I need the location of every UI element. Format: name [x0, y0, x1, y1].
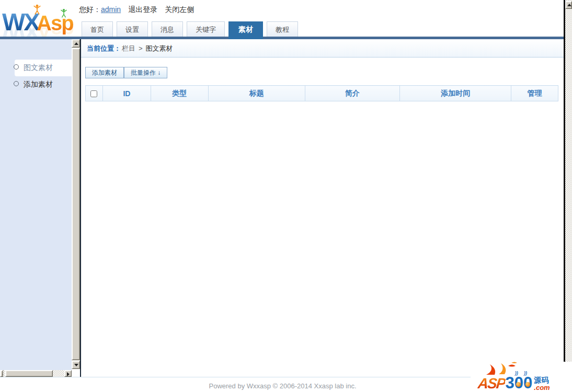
main-content: 当前位置：栏目>图文素材 添加素材 批量操作 ↓ ID 类型 标题 简介 添加时…: [81, 39, 564, 377]
close-left-link[interactable]: 关闭左侧: [165, 5, 194, 14]
scroll-left-button[interactable]: [0, 370, 3, 377]
asp300-zero: 0)): [514, 375, 523, 391]
scroll-right-button[interactable]: [64, 370, 72, 377]
person-figure-icon: [61, 8, 67, 20]
col-manage: 管理: [511, 86, 558, 101]
asp300-com: .com: [534, 384, 550, 391]
arrow-right-icon: [67, 372, 70, 376]
sidebar-item-label: 添加素材: [24, 80, 53, 89]
col-type: 类型: [151, 86, 208, 101]
top-user-bar: 您好：admin退出登录关闭左侧: [79, 5, 201, 15]
sidebar-item-add-material[interactable]: 添加素材: [0, 79, 72, 90]
tab-material[interactable]: 素材: [228, 21, 263, 39]
tab-home[interactable]: 首页: [82, 21, 113, 37]
asp300-asp: ASP: [477, 376, 506, 391]
scroll-up-button[interactable]: [565, 1, 572, 9]
greeting-label: 您好：: [79, 5, 101, 14]
swirl-icon: )): [524, 371, 527, 376]
arrow-up-icon: [567, 4, 571, 6]
table-header-row: ID 类型 标题 简介 添加时间 管理: [86, 86, 558, 101]
arrow-down-icon: [74, 364, 78, 366]
asp300-watermark: ASP 3 0)) 0)) 源码 .com: [471, 362, 572, 392]
tab-message[interactable]: 消息: [152, 21, 183, 37]
scroll-up-button[interactable]: [72, 39, 80, 48]
breadcrumb-prefix: 当前位置：: [87, 44, 121, 52]
header: WX Asp WX Asp 您好：admin退出登录关闭左侧 首页 设置 消息 …: [0, 0, 564, 37]
username-link[interactable]: admin: [101, 5, 121, 14]
wxasp-logo: WX Asp WX Asp: [2, 3, 81, 37]
logo-asp-text: Asp: [37, 11, 73, 35]
tab-settings[interactable]: 设置: [117, 21, 148, 37]
person-figure-icon: [33, 4, 41, 17]
asp300-zero: 0)): [523, 375, 532, 391]
asp300-yuanma: 源码: [534, 376, 550, 384]
sidebar-item-article-material[interactable]: 图文素材: [0, 62, 72, 74]
tab-keyword[interactable]: 关键字: [187, 21, 225, 37]
sidebar-vertical-scrollbar[interactable]: [72, 39, 80, 369]
col-title: 标题: [208, 86, 305, 101]
sidebar: 图文素材 添加素材: [0, 39, 72, 370]
breadcrumb-current: 图文素材: [146, 44, 173, 52]
admin-page: WX Asp WX Asp 您好：admin退出登录关闭左侧 首页 设置 消息 …: [0, 0, 572, 392]
col-addtime: 添加时间: [400, 86, 511, 101]
page-vertical-scrollbar[interactable]: [565, 0, 572, 392]
asp300-logo-text: ASP 3 0)) 0)) 源码 .com: [478, 375, 550, 391]
breadcrumb-separator: >: [139, 44, 143, 52]
scrollbar-thumb[interactable]: [5, 370, 53, 377]
breadcrumb: 当前位置：栏目>图文素材: [81, 39, 564, 57]
col-checkbox: [86, 86, 103, 101]
col-intro: 简介: [305, 86, 400, 101]
add-material-button[interactable]: 添加素材: [85, 67, 124, 78]
orange-dot-icon: [525, 382, 530, 387]
scroll-down-button[interactable]: [72, 361, 80, 369]
col-id: ID: [102, 86, 151, 101]
asp300-suffix: 源码 .com: [534, 376, 550, 391]
arrow-up-icon: [74, 42, 78, 45]
batch-operation-button[interactable]: 批量操作 ↓: [124, 67, 167, 78]
scrollbar-track[interactable]: [565, 0, 572, 392]
sidebar-horizontal-scrollbar[interactable]: [0, 370, 72, 377]
select-all-checkbox[interactable]: [90, 90, 97, 97]
radio-circle-icon: [14, 81, 19, 86]
arrow-left-icon: [2, 372, 3, 376]
radio-circle-icon: [14, 64, 19, 70]
sidebar-item-label: 图文素材: [24, 63, 53, 73]
swirl-icon: )): [515, 371, 518, 376]
asp300-digit: 3: [506, 375, 514, 391]
logout-link[interactable]: 退出登录: [128, 5, 157, 14]
breadcrumb-section: 栏目: [122, 44, 135, 52]
scrollbar-thumb[interactable]: [72, 48, 80, 360]
material-table: ID 类型 标题 简介 添加时间 管理: [85, 85, 558, 101]
tab-tutorial[interactable]: 教程: [267, 21, 298, 37]
